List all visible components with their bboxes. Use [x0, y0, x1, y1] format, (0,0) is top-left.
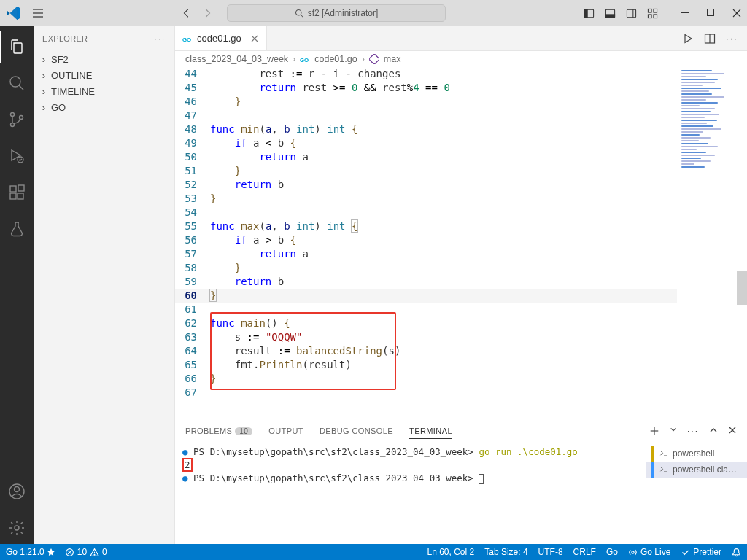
- code-editor[interactable]: 44 rest := r - i - changes45 return rest…: [175, 67, 747, 419]
- code-line[interactable]: 54: [175, 206, 747, 219]
- activity-testing-icon[interactable]: [0, 213, 34, 245]
- sidebar-item-outline[interactable]: ›OUTLINE: [34, 67, 174, 83]
- activity-source-control-icon[interactable]: [0, 104, 34, 136]
- command-center-search[interactable]: sf2 [Administrator]: [227, 4, 446, 22]
- status-prettier[interactable]: Prettier: [681, 547, 721, 557]
- code-line[interactable]: 63 s := "QQQW": [175, 330, 747, 344]
- status-go-version[interactable]: Go 1.21.0: [6, 547, 55, 557]
- window-close-icon[interactable]: [732, 9, 741, 18]
- terminal-dropdown-icon[interactable]: [670, 426, 677, 436]
- crumb-symbol[interactable]: max: [384, 54, 401, 64]
- code-line[interactable]: 44 rest := r - i - changes: [175, 67, 747, 81]
- panel-tab-debug[interactable]: DEBUG CONSOLE: [320, 427, 393, 435]
- panel-more-icon[interactable]: ···: [687, 426, 699, 436]
- status-bar: Go 1.21.0 10 0 Ln 60, Col 2 Tab Size: 4 …: [0, 544, 747, 560]
- svg-point-31: [15, 526, 19, 530]
- code-line[interactable]: 64 result := balancedString(s): [175, 344, 747, 358]
- status-encoding[interactable]: UTF-8: [538, 547, 563, 557]
- activity-bar: [0, 26, 34, 544]
- output-highlight: 2: [182, 458, 193, 472]
- tab-close-icon[interactable]: [250, 34, 259, 43]
- activity-extensions-icon[interactable]: [0, 176, 34, 209]
- explorer-more-icon[interactable]: ···: [155, 34, 166, 43]
- code-line[interactable]: 59 return b: [175, 275, 747, 289]
- terminal[interactable]: ● PS D:\mysetup\gopath\src\sf2\class_202…: [175, 443, 645, 544]
- code-line[interactable]: 61: [175, 303, 747, 316]
- tab-label: code01.go: [197, 33, 241, 44]
- window-minimize-icon[interactable]: [681, 9, 689, 18]
- code-line[interactable]: 50 return a: [175, 150, 747, 164]
- code-line[interactable]: 45 return rest >= 0 && rest%4 == 0: [175, 81, 747, 95]
- explorer-title: EXPLORER: [42, 34, 88, 43]
- status-cursor[interactable]: Ln 60, Col 2: [427, 547, 475, 557]
- svg-point-21: [11, 113, 15, 117]
- panel-close-icon[interactable]: [728, 426, 737, 436]
- svg-rect-26: [10, 193, 16, 199]
- sidebar-item-timeline[interactable]: ›TIMELINE: [34, 83, 174, 99]
- window-maximize-icon[interactable]: [707, 9, 715, 18]
- menu-icon[interactable]: [32, 7, 44, 19]
- nav-forward-icon[interactable]: [202, 8, 212, 18]
- status-notifications-icon[interactable]: [732, 548, 741, 557]
- explorer-sidebar: EXPLORER ··· ›SF2 ›OUTLINE ›TIMELINE ›GO: [34, 26, 175, 544]
- svg-text:GO: GO: [300, 57, 309, 63]
- panel-tab-output[interactable]: OUTPUT: [268, 427, 303, 435]
- code-line[interactable]: 52 return b: [175, 178, 747, 192]
- svg-rect-28: [18, 185, 24, 191]
- code-line[interactable]: 53}: [175, 192, 747, 206]
- code-line[interactable]: 46 }: [175, 95, 747, 109]
- code-line[interactable]: 60}: [175, 289, 747, 303]
- panel-maximize-icon[interactable]: [709, 426, 718, 436]
- crumb-folder[interactable]: class_2023_04_03_week: [185, 54, 288, 64]
- activity-explorer-icon[interactable]: [0, 31, 34, 63]
- code-line[interactable]: 62func main() {: [175, 316, 747, 330]
- svg-rect-12: [654, 9, 657, 12]
- run-file-icon[interactable]: [682, 33, 694, 44]
- svg-rect-6: [584, 9, 587, 17]
- panel-tab-problems[interactable]: PROBLEMS10: [185, 427, 252, 435]
- editor-more-icon[interactable]: ···: [726, 33, 738, 44]
- status-go-live[interactable]: Go Live: [628, 547, 670, 557]
- code-line[interactable]: 58 }: [175, 261, 747, 275]
- code-line[interactable]: 57 return a: [175, 247, 747, 261]
- svg-line-20: [19, 85, 23, 90]
- code-line[interactable]: 56 if a > b {: [175, 233, 747, 247]
- scrollbar-thumb[interactable]: [737, 271, 747, 305]
- activity-run-debug-icon[interactable]: [0, 140, 34, 172]
- status-indent[interactable]: Tab Size: 4: [484, 547, 527, 557]
- layout-sidebar-right-icon[interactable]: [626, 8, 637, 19]
- code-line[interactable]: 65 fmt.Println(result): [175, 358, 747, 372]
- breadcrumbs[interactable]: class_2023_04_03_week › GO code01.go › m…: [175, 51, 747, 67]
- layout-sidebar-left-icon[interactable]: [584, 8, 595, 19]
- layout-customize-icon[interactable]: [647, 8, 658, 19]
- go-file-icon: GO: [300, 54, 310, 64]
- code-line[interactable]: 67: [175, 386, 747, 400]
- split-editor-icon[interactable]: [704, 33, 716, 44]
- panel-tab-terminal[interactable]: TERMINAL: [409, 427, 452, 439]
- layout-panel-icon[interactable]: [605, 8, 616, 19]
- terminal-new-icon[interactable]: [649, 426, 659, 436]
- terminal-list-item[interactable]: powershell: [646, 446, 747, 462]
- svg-line-4: [301, 15, 303, 17]
- terminal-list-item[interactable]: powershell cla…: [646, 462, 747, 478]
- code-line[interactable]: 51 }: [175, 164, 747, 178]
- nav-back-icon[interactable]: [182, 8, 192, 18]
- sidebar-item-go[interactable]: ›GO: [34, 99, 174, 115]
- svg-point-19: [10, 77, 20, 87]
- crumb-file[interactable]: code01.go: [314, 54, 357, 64]
- code-line[interactable]: 47: [175, 109, 747, 122]
- svg-rect-8: [605, 14, 614, 17]
- code-line[interactable]: 48func min(a, b int) int {: [175, 122, 747, 136]
- activity-search-icon[interactable]: [0, 67, 34, 99]
- tab-code01[interactable]: GO code01.go: [175, 26, 267, 50]
- sidebar-item-sf2[interactable]: ›SF2: [34, 51, 174, 67]
- status-eol[interactable]: CRLF: [573, 547, 596, 557]
- status-problems[interactable]: 10 0: [65, 547, 107, 557]
- code-line[interactable]: 55func max(a, b int) int {: [175, 219, 747, 233]
- minimap[interactable]: [677, 67, 747, 419]
- activity-settings-icon[interactable]: [0, 512, 34, 544]
- code-line[interactable]: 66}: [175, 372, 747, 386]
- code-line[interactable]: 49 if a < b {: [175, 136, 747, 150]
- activity-account-icon[interactable]: [0, 475, 34, 508]
- status-language[interactable]: Go: [606, 547, 618, 557]
